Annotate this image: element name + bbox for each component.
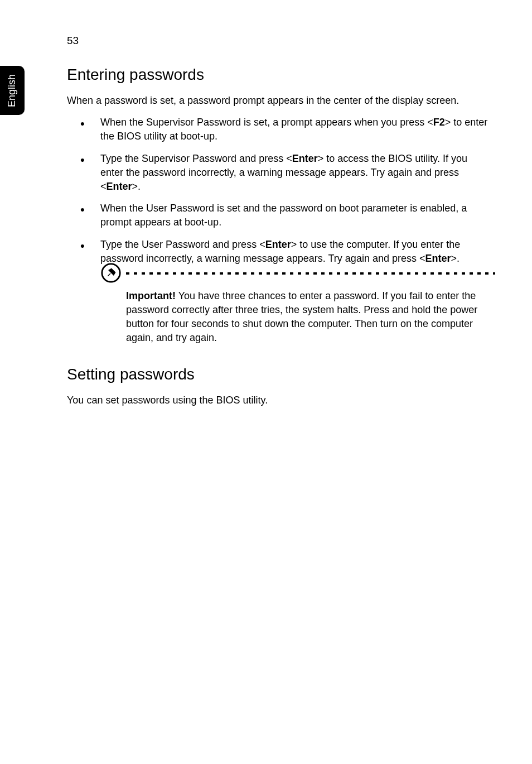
text-fragment: Type the User Password and press < <box>100 239 265 250</box>
setting-passwords-text: You can set passwords using the BIOS uti… <box>67 393 491 407</box>
language-label: English <box>7 74 18 107</box>
dashed-divider <box>126 272 495 275</box>
text-fragment: >. <box>132 181 141 192</box>
key-name: Enter <box>425 253 451 264</box>
section-setting-passwords: Setting passwords You can set passwords … <box>67 366 491 407</box>
list-item: When the User Password is set and the pa… <box>67 201 491 229</box>
heading-setting-passwords: Setting passwords <box>67 366 491 383</box>
pin-icon <box>100 262 122 284</box>
important-note: Important! You have three chances to ent… <box>100 273 491 345</box>
list-item: Type the Supervisor Password and press <… <box>67 152 491 194</box>
intro-paragraph: When a password is set, a password promp… <box>67 94 491 108</box>
note-label: Important! <box>126 290 176 301</box>
heading-entering-passwords: Entering passwords <box>67 66 491 84</box>
text-fragment: When the Supervisor Password is set, a p… <box>100 117 433 128</box>
list-item: When the Supervisor Password is set, a p… <box>67 116 491 143</box>
language-tab: English <box>0 66 25 115</box>
note-text: Important! You have three chances to ent… <box>100 281 491 345</box>
key-name: F2 <box>433 117 445 128</box>
text-fragment: >. <box>451 253 460 264</box>
text-fragment: When the User Password is set and the pa… <box>100 203 467 228</box>
key-name: Enter <box>292 153 318 164</box>
page-number: 53 <box>67 35 79 47</box>
key-name: Enter <box>107 181 132 192</box>
page-content: Entering passwords When a password is se… <box>67 61 491 415</box>
text-fragment: Type the Supervisor Password and press < <box>100 153 292 164</box>
list-item: Type the User Password and press <Enter>… <box>67 238 491 266</box>
bullet-list: When the Supervisor Password is set, a p… <box>67 116 491 266</box>
note-body: You have three chances to enter a passwo… <box>126 290 477 344</box>
key-name: Enter <box>265 239 291 250</box>
